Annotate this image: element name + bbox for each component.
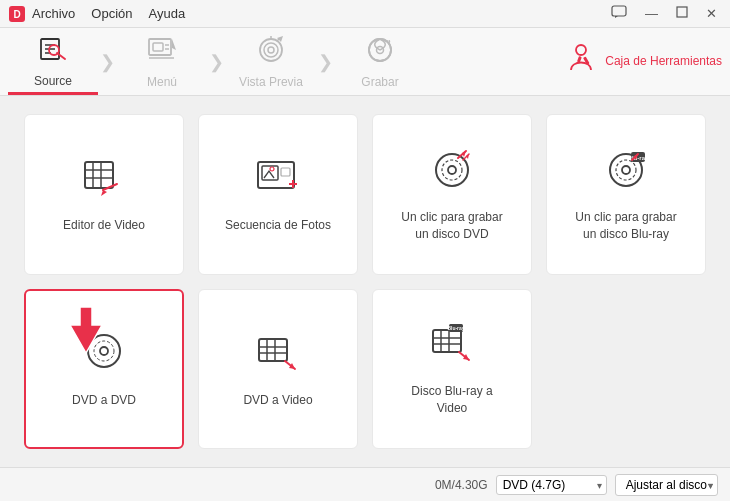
- svg-rect-65: [433, 330, 461, 352]
- preview-icon: [255, 34, 287, 71]
- card-bluray-to-video[interactable]: Blu-ray Disco Blu-ray a Video: [372, 289, 532, 450]
- chat-icon[interactable]: [606, 3, 632, 24]
- card-dvd-to-video[interactable]: DVD a Video: [198, 289, 358, 450]
- dvd-burn-label: Un clic para grabar un disco DVD: [401, 209, 502, 243]
- toolbox-label: Caja de Herramientas: [605, 54, 722, 70]
- svg-point-49: [622, 166, 630, 174]
- toolbar-item-preview[interactable]: Vista Previa: [226, 28, 316, 95]
- toolbox-button[interactable]: Caja de Herramientas: [561, 28, 722, 95]
- svg-text:D: D: [13, 9, 20, 20]
- maximize-button[interactable]: [671, 4, 693, 23]
- arrow-3: ❯: [316, 28, 335, 95]
- toolbar-item-menu[interactable]: Menú: [117, 28, 207, 95]
- svg-point-43: [442, 160, 462, 180]
- photo-sequence-label: Secuencia de Fotos: [225, 217, 331, 234]
- disc-type-select-wrap[interactable]: DVD (4.7G) DVD-DL (8.5G) BD-25 BD-50: [496, 475, 607, 495]
- dvd-burn-icon: [429, 146, 475, 199]
- arrow-2: ❯: [207, 28, 226, 95]
- window-controls: — ✕: [606, 3, 722, 24]
- svg-point-42: [448, 166, 456, 174]
- svg-text:Blu-ray: Blu-ray: [447, 325, 464, 331]
- progress-text: 0M/4.30G: [254, 478, 488, 492]
- svg-point-25: [576, 45, 586, 55]
- svg-point-17: [264, 43, 278, 57]
- svg-marker-34: [101, 190, 107, 196]
- svg-point-9: [49, 45, 59, 55]
- menu-ayuda[interactable]: Ayuda: [149, 6, 186, 21]
- dvd-to-video-label: DVD a Video: [243, 392, 312, 409]
- title-bar: D Archivo Opción Ayuda — ✕: [0, 0, 730, 28]
- fit-to-disc-button[interactable]: Ajustar al disco: [615, 474, 718, 496]
- app-logo: D: [8, 5, 26, 23]
- svg-point-50: [616, 160, 636, 180]
- disc-type-select[interactable]: DVD (4.7G) DVD-DL (8.5G) BD-25 BD-50: [496, 475, 607, 495]
- bluray-to-video-label: Disco Blu-ray a Video: [411, 383, 492, 417]
- bluray-burn-icon: Blu-ray: [603, 146, 649, 199]
- video-editor-icon: [81, 154, 127, 207]
- svg-rect-28: [85, 162, 113, 188]
- card-dvd-burn[interactable]: Un clic para grabar un disco DVD: [372, 114, 532, 275]
- photo-sequence-icon: [255, 154, 301, 207]
- svg-rect-11: [153, 43, 163, 51]
- card-bluray-burn[interactable]: Blu-ray Un clic para grabar un disco Blu…: [546, 114, 706, 275]
- dvd-to-dvd-label: DVD a DVD: [72, 392, 136, 409]
- toolbox-icon: [561, 40, 601, 84]
- close-button[interactable]: ✕: [701, 4, 722, 23]
- svg-point-37: [270, 167, 274, 171]
- fit-button-wrap[interactable]: Ajustar al disco ▾: [615, 474, 718, 496]
- video-editor-label: Editor de Video: [63, 217, 145, 234]
- menu-nav-icon: [146, 34, 178, 71]
- menu-archivo[interactable]: Archivo: [32, 6, 75, 21]
- bluray-burn-label: Un clic para grabar un disco Blu-ray: [575, 209, 676, 243]
- status-bar: 0M/4.30G DVD (4.7G) DVD-DL (8.5G) BD-25 …: [0, 467, 730, 501]
- svg-rect-3: [677, 7, 687, 17]
- burn-label: Grabar: [361, 75, 398, 89]
- svg-rect-38: [281, 168, 290, 176]
- toolbar: Source ❯ Menú ❯: [0, 28, 730, 96]
- burn-icon: [364, 34, 396, 71]
- red-arrow-indicator: [62, 305, 110, 357]
- svg-point-18: [268, 47, 274, 53]
- svg-text:Blu-ray: Blu-ray: [628, 155, 649, 161]
- main-content: Editor de Video Secuencia de Fotos: [0, 96, 730, 467]
- toolbar-item-burn[interactable]: Grabar: [335, 28, 425, 95]
- menu-nav-label: Menú: [147, 75, 177, 89]
- arrow-1: ❯: [98, 28, 117, 95]
- card-photo-sequence[interactable]: Secuencia de Fotos: [198, 114, 358, 275]
- preview-label: Vista Previa: [239, 75, 303, 89]
- svg-marker-15: [172, 39, 176, 52]
- source-icon: [37, 33, 69, 70]
- minimize-button[interactable]: —: [640, 4, 663, 23]
- source-label: Source: [34, 74, 72, 88]
- menu-bar: Archivo Opción Ayuda: [32, 6, 606, 21]
- menu-opcion[interactable]: Opción: [91, 6, 132, 21]
- toolbar-item-source[interactable]: Source: [8, 28, 98, 95]
- svg-rect-58: [259, 339, 287, 361]
- card-video-editor[interactable]: Editor de Video: [24, 114, 184, 275]
- svg-rect-2: [612, 6, 626, 16]
- bluray-to-video-icon: Blu-ray: [429, 320, 475, 373]
- svg-marker-74: [70, 307, 102, 353]
- dvd-to-video-icon: [255, 329, 301, 382]
